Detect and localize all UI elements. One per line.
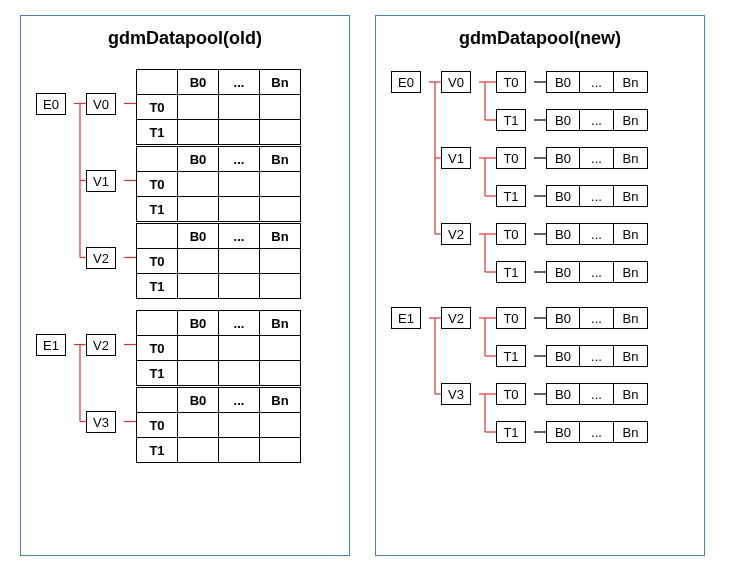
row-header: T1 bbox=[137, 120, 178, 145]
row-header: T0 bbox=[137, 95, 178, 120]
e-node: E0 bbox=[391, 71, 421, 93]
col-header: Bn bbox=[260, 70, 301, 95]
b-cell: ... bbox=[580, 223, 614, 245]
v-node: V3 bbox=[441, 383, 471, 405]
t-node: T0 bbox=[496, 147, 526, 169]
b-cell: Bn bbox=[614, 421, 648, 443]
data-cell bbox=[219, 172, 260, 197]
t-node: T0 bbox=[496, 223, 526, 245]
data-cell bbox=[219, 197, 260, 222]
data-cell bbox=[178, 361, 219, 386]
v-node: V2 bbox=[86, 334, 116, 356]
v-node: V2 bbox=[441, 223, 471, 245]
data-cell bbox=[260, 249, 301, 274]
data-cell bbox=[260, 197, 301, 222]
col-header: B0 bbox=[178, 70, 219, 95]
data-cell bbox=[219, 120, 260, 145]
panel-old: gdmDatapool(old) B0...BnT0T1V0 B0...BnT0… bbox=[20, 15, 350, 556]
row-header: T0 bbox=[137, 249, 178, 274]
b-cell: Bn bbox=[614, 109, 648, 131]
data-cell bbox=[219, 274, 260, 299]
t-node: T0 bbox=[496, 71, 526, 93]
col-header: ... bbox=[219, 388, 260, 413]
e-node: E0 bbox=[36, 93, 66, 115]
t-node: T1 bbox=[496, 261, 526, 283]
b-cell: B0 bbox=[546, 185, 580, 207]
e-node: E1 bbox=[36, 334, 66, 356]
data-cell bbox=[178, 413, 219, 438]
data-table: B0...BnT0T1 bbox=[136, 223, 301, 299]
data-cell bbox=[178, 438, 219, 463]
b-cell: ... bbox=[580, 307, 614, 329]
v-node: V0 bbox=[86, 93, 116, 115]
data-cell bbox=[178, 336, 219, 361]
b-row: B0...Bn bbox=[546, 383, 648, 405]
b-cell: ... bbox=[580, 345, 614, 367]
t-node: T0 bbox=[496, 307, 526, 329]
b-cell: ... bbox=[580, 71, 614, 93]
data-cell bbox=[260, 438, 301, 463]
data-cell bbox=[178, 197, 219, 222]
data-cell bbox=[260, 336, 301, 361]
b-row: B0...Bn bbox=[546, 71, 648, 93]
b-cell: Bn bbox=[614, 71, 648, 93]
data-table: B0...BnT0T1 bbox=[136, 310, 301, 386]
row-header: T1 bbox=[137, 361, 178, 386]
b-cell: ... bbox=[580, 383, 614, 405]
v-node: V2 bbox=[86, 247, 116, 269]
panel-new: gdmDatapool(new) T0B0...BnT1B0...BnV0T0B… bbox=[375, 15, 705, 556]
data-cell bbox=[260, 274, 301, 299]
b-row: B0...Bn bbox=[546, 345, 648, 367]
col-header: Bn bbox=[260, 311, 301, 336]
b-row: B0...Bn bbox=[546, 109, 648, 131]
col-header: Bn bbox=[260, 147, 301, 172]
b-cell: ... bbox=[580, 147, 614, 169]
b-cell: Bn bbox=[614, 147, 648, 169]
data-table: B0...BnT0T1 bbox=[136, 69, 301, 145]
b-cell: B0 bbox=[546, 383, 580, 405]
b-row: B0...Bn bbox=[546, 185, 648, 207]
col-header: B0 bbox=[178, 388, 219, 413]
col-header: B0 bbox=[178, 311, 219, 336]
title-new: gdmDatapool(new) bbox=[386, 28, 694, 49]
data-table: B0...BnT0T1 bbox=[136, 387, 301, 463]
b-row: B0...Bn bbox=[546, 261, 648, 283]
row-header: T0 bbox=[137, 172, 178, 197]
col-header: Bn bbox=[260, 388, 301, 413]
b-cell: B0 bbox=[546, 71, 580, 93]
col-header: ... bbox=[219, 311, 260, 336]
data-cell bbox=[260, 95, 301, 120]
data-cell bbox=[260, 361, 301, 386]
v-node: V0 bbox=[441, 71, 471, 93]
b-cell: Bn bbox=[614, 223, 648, 245]
b-cell: B0 bbox=[546, 261, 580, 283]
b-cell: B0 bbox=[546, 345, 580, 367]
b-row: B0...Bn bbox=[546, 421, 648, 443]
data-cell bbox=[219, 413, 260, 438]
data-cell bbox=[178, 95, 219, 120]
b-cell: B0 bbox=[546, 109, 580, 131]
b-cell: ... bbox=[580, 261, 614, 283]
b-cell: ... bbox=[580, 109, 614, 131]
data-table: B0...BnT0T1 bbox=[136, 146, 301, 222]
b-cell: B0 bbox=[546, 421, 580, 443]
title-old: gdmDatapool(old) bbox=[31, 28, 339, 49]
row-header: T1 bbox=[137, 438, 178, 463]
b-cell: Bn bbox=[614, 383, 648, 405]
b-cell: Bn bbox=[614, 185, 648, 207]
data-cell bbox=[260, 120, 301, 145]
b-cell: ... bbox=[580, 421, 614, 443]
col-header: ... bbox=[219, 224, 260, 249]
b-row: B0...Bn bbox=[546, 147, 648, 169]
b-cell: B0 bbox=[546, 307, 580, 329]
col-header: ... bbox=[219, 147, 260, 172]
b-cell: B0 bbox=[546, 223, 580, 245]
row-header: T0 bbox=[137, 413, 178, 438]
col-header: ... bbox=[219, 70, 260, 95]
data-cell bbox=[178, 249, 219, 274]
b-cell: Bn bbox=[614, 261, 648, 283]
data-cell bbox=[178, 120, 219, 145]
col-header: B0 bbox=[178, 147, 219, 172]
v-node: V1 bbox=[86, 170, 116, 192]
data-cell bbox=[260, 172, 301, 197]
